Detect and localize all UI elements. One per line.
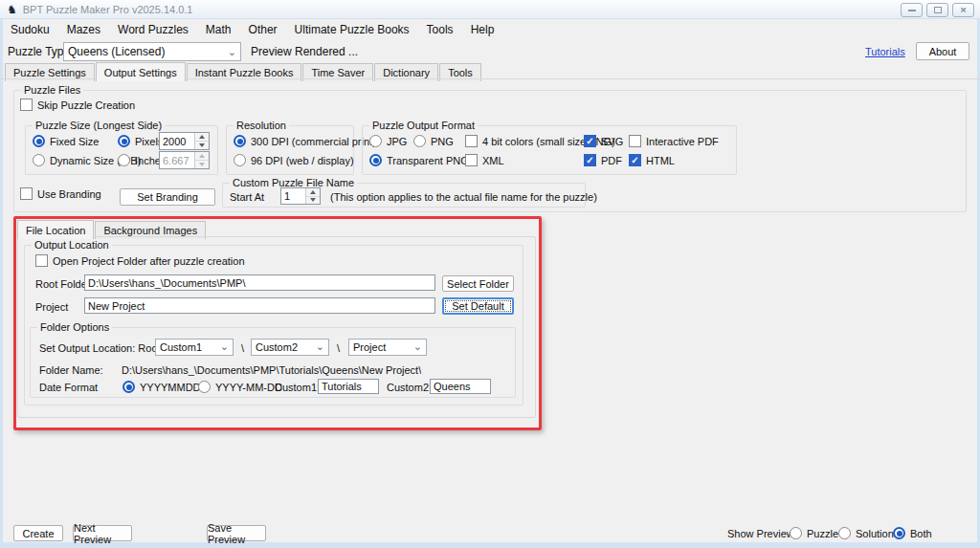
- preview-puzzle-radio[interactable]: Puzzle: [790, 527, 838, 539]
- menu-other[interactable]: Other: [240, 20, 286, 39]
- interactive-pdf-label: Interactive PDF: [646, 136, 719, 147]
- set-default-button[interactable]: Set Default: [442, 297, 514, 315]
- select-folder-button[interactable]: Select Folder: [442, 275, 514, 292]
- open-project-folder-label: Open Project Folder after puzzle creatio…: [53, 255, 245, 267]
- close-button[interactable]: ❌︎: [952, 3, 974, 17]
- checkbox-icon: [465, 154, 478, 166]
- step-down-button: [195, 160, 209, 168]
- next-preview-button[interactable]: Next Preview: [73, 525, 132, 541]
- radio-icon: [369, 135, 382, 147]
- custom1-input[interactable]: [318, 379, 379, 394]
- output-format-group: Puzzle Output Format: [362, 125, 737, 175]
- preview-both-radio[interactable]: Both: [893, 527, 932, 539]
- menu-tools[interactable]: Tools: [418, 20, 462, 39]
- pixels-value-input[interactable]: [160, 133, 194, 149]
- checkbox-icon: [35, 254, 48, 267]
- menu-mazes[interactable]: Mazes: [58, 20, 109, 39]
- save-preview-button[interactable]: Save Preview: [207, 525, 266, 541]
- window-edge-left: [0, 19, 3, 542]
- radio-icon: [369, 154, 382, 166]
- step-up-button[interactable]: [306, 188, 320, 196]
- menu-math[interactable]: Math: [197, 20, 240, 39]
- yyyymmdd-radio[interactable]: YYYYMMDD: [122, 381, 201, 393]
- root-folder-input[interactable]: [84, 274, 435, 291]
- tab-file-location[interactable]: File Location: [17, 220, 94, 239]
- minimize-icon: [908, 10, 916, 11]
- output-format-title: Puzzle Output Format: [369, 120, 478, 131]
- project-input[interactable]: [84, 297, 435, 314]
- path-separator: \: [241, 342, 244, 354]
- project-select[interactable]: Project ⌄: [348, 339, 427, 356]
- checkbox-checked-icon: ✓: [584, 154, 596, 166]
- pdf-label: PDF: [601, 155, 622, 166]
- interactive-pdf-checkbox[interactable]: Interactive PDF: [629, 135, 719, 147]
- pixels-radio[interactable]: Pixels: [118, 135, 163, 147]
- custom1-select[interactable]: Custom1 ⌄: [155, 339, 234, 356]
- radio-icon: [118, 135, 130, 147]
- tutorials-link[interactable]: Tutorials: [865, 46, 905, 57]
- start-at-input[interactable]: [281, 188, 305, 204]
- xml-checkbox[interactable]: XML: [465, 154, 504, 166]
- arrow-up-icon: [199, 135, 205, 139]
- skip-puzzle-creation-checkbox[interactable]: Skip Puzzle Creation: [20, 99, 135, 111]
- maximize-button[interactable]: [926, 3, 948, 17]
- output-location-title: Output Location: [32, 239, 112, 251]
- radio-icon: [838, 527, 851, 539]
- checkbox-icon: [465, 135, 478, 147]
- step-up-button[interactable]: [195, 133, 209, 141]
- svg-checkbox[interactable]: ✓ SVG: [584, 135, 623, 147]
- app-icon: ♞: [7, 4, 17, 15]
- checkbox-checked-icon: ✓: [629, 154, 641, 166]
- minimize-button[interactable]: [901, 3, 923, 17]
- chevron-down-icon: ⌄: [228, 46, 236, 58]
- about-button[interactable]: About: [916, 42, 969, 60]
- chevron-down-icon: ⌄: [220, 340, 229, 353]
- html-checkbox[interactable]: ✓ HTML: [629, 154, 675, 166]
- menu-help[interactable]: Help: [462, 20, 503, 39]
- chevron-down-icon: ⌄: [413, 340, 422, 353]
- menu-ultimate-puzzle-books[interactable]: Ultimate Puzzle Books: [286, 20, 418, 39]
- set-branding-button[interactable]: Set Branding: [120, 188, 215, 206]
- radio-icon: [118, 154, 130, 166]
- menu-word-puzzles[interactable]: Word Puzzles: [109, 20, 197, 39]
- yyyy-mm-dd-radio[interactable]: YYYY-MM-DD: [198, 381, 282, 393]
- step-down-button[interactable]: [195, 141, 209, 149]
- date-format-label: Date Format: [39, 382, 98, 393]
- pdf-checkbox[interactable]: ✓ PDF: [584, 154, 622, 166]
- open-project-folder-checkbox[interactable]: Open Project Folder after puzzle creatio…: [35, 254, 245, 267]
- menu-bar: Sudoku Mazes Word Puzzles Math Other Ult…: [2, 20, 502, 39]
- step-up-button: [195, 152, 209, 160]
- dpi-96-radio[interactable]: 96 DPI (web / display): [234, 154, 354, 166]
- close-icon: ❌︎: [960, 6, 966, 15]
- puzzle-type-label: Puzzle Type: [8, 45, 70, 58]
- dpi-300-radio[interactable]: 300 DPI (commercial print): [234, 135, 376, 147]
- fixed-size-radio[interactable]: Fixed Size: [33, 135, 99, 147]
- puzzle-size-title: Puzzle Size (Longest Side): [33, 120, 165, 131]
- radio-icon: [122, 381, 135, 393]
- fixed-size-label: Fixed Size: [50, 136, 99, 147]
- png-label: PNG: [431, 136, 454, 147]
- pixels-stepper[interactable]: [159, 132, 210, 150]
- custom2-select[interactable]: Custom2 ⌄: [251, 339, 329, 356]
- menu-sudoku[interactable]: Sudoku: [2, 20, 58, 39]
- jpg-radio[interactable]: JPG: [369, 135, 407, 147]
- chevron-down-icon: ⌄: [316, 340, 324, 353]
- radio-icon: [198, 381, 211, 393]
- transparent-png-label: Transparent PNG: [387, 155, 469, 166]
- custom1-select-value: Custom1: [160, 341, 202, 353]
- preview-solution-radio[interactable]: Solution: [838, 527, 894, 539]
- step-down-button[interactable]: [306, 196, 320, 205]
- create-button[interactable]: Create: [13, 525, 63, 541]
- path-separator: \: [337, 342, 340, 354]
- use-branding-checkbox[interactable]: Use Branding: [20, 187, 101, 200]
- start-at-stepper[interactable]: [280, 187, 321, 205]
- transparent-png-radio[interactable]: Transparent PNG: [369, 154, 469, 166]
- custom2-input[interactable]: [430, 379, 491, 394]
- tab-output-settings[interactable]: Output Settings: [96, 62, 186, 81]
- png-radio[interactable]: PNG: [413, 135, 454, 147]
- skip-puzzle-creation-label: Skip Puzzle Creation: [37, 99, 135, 111]
- preview-solution-label: Solution: [856, 528, 894, 539]
- folder-name-value: D:\Users\hans_\Documents\PMP\Tutorials\Q…: [122, 364, 421, 376]
- project-label: Project: [35, 301, 68, 313]
- puzzle-type-select[interactable]: Queens (Licensed) ⌄: [63, 42, 241, 61]
